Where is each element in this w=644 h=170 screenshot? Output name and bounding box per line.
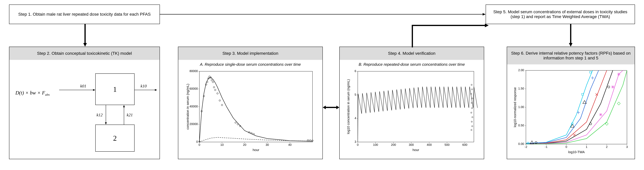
chartA-title: A. Reproduce single-dose serum concentra… — [178, 62, 322, 67]
svg-point-37 — [211, 80, 212, 81]
k21-label: k21 — [127, 112, 133, 117]
k12-label: k12 — [96, 112, 102, 117]
svg-rect-8 — [200, 71, 312, 142]
chartB-ylabel: log10 concentration in serum (ng/mL) — [346, 79, 350, 134]
svg-text:3: 3 — [354, 140, 356, 143]
svg-text:1.50: 1.50 — [518, 87, 524, 90]
svg-text:40: 40 — [288, 143, 292, 146]
svg-text:60000: 60000 — [190, 87, 198, 90]
svg-marker-3 — [155, 89, 157, 91]
svg-point-116 — [608, 86, 610, 88]
tk-input-formula: D(t) × bw × Fabs — [16, 90, 50, 96]
svg-point-76 — [471, 84, 472, 85]
chartC-xlabel: log10-TWA — [568, 150, 585, 154]
svg-marker-5 — [105, 122, 107, 125]
svg-text:600: 600 — [462, 143, 467, 146]
chartC-plot: 0.00 0.50 1.00 1.50 2.00 -2 -1 0 1 2 3 — [509, 66, 633, 156]
step6-title: Step 6. Derive internal relative potency… — [510, 51, 632, 61]
svg-point-77 — [472, 89, 473, 90]
svg-text:500: 500 — [444, 143, 450, 146]
svg-marker-1 — [93, 89, 95, 91]
svg-text:100: 100 — [373, 143, 378, 146]
svg-point-44 — [235, 122, 236, 123]
arrow-k21 — [122, 105, 126, 125]
svg-marker-147 — [569, 43, 572, 47]
svg-marker-7 — [123, 105, 125, 107]
svg-rect-113 — [590, 71, 591, 73]
svg-text:4: 4 — [354, 116, 356, 120]
svg-point-83 — [472, 117, 473, 118]
svg-text:200: 200 — [391, 143, 396, 146]
svg-text:10: 10 — [220, 143, 224, 146]
chartA-ylabel: concentration in serum (ng/mL) — [186, 84, 190, 130]
svg-text:0.50: 0.50 — [518, 124, 524, 127]
arrow-s1-s2 — [83, 24, 87, 47]
svg-point-40 — [214, 89, 216, 91]
svg-point-42 — [219, 100, 220, 101]
arrow-s1-s5 — [160, 13, 486, 16]
svg-rect-87 — [526, 70, 627, 144]
svg-text:0: 0 — [357, 143, 358, 146]
step4-title: Step 4. Model verification — [388, 51, 436, 56]
step2-header: Step 2. Obtain conceptual toxicokinetic … — [9, 47, 160, 60]
step3-body: A. Reproduce single-dose serum concentra… — [178, 60, 323, 159]
svg-marker-150 — [323, 106, 326, 109]
svg-point-82 — [471, 112, 472, 113]
svg-point-41 — [217, 93, 218, 94]
svg-marker-141 — [617, 102, 620, 105]
step5-text: Step 5. Model serum concentrations of ex… — [490, 9, 631, 19]
step5-box: Step 5. Model serum concentrations of ex… — [486, 4, 635, 24]
svg-point-80 — [471, 102, 472, 103]
svg-text:2.00: 2.00 — [518, 69, 524, 72]
formula-sub: abs — [45, 93, 50, 96]
k01-label: k01 — [80, 84, 86, 88]
formula-main: D(t) × bw × F — [16, 90, 45, 95]
arrow-k10 — [134, 88, 157, 91]
svg-text:-2: -2 — [524, 145, 527, 149]
svg-text:0: 0 — [196, 140, 198, 143]
compartment-1: 1 — [95, 74, 134, 105]
step3-header: Step 3. Model implementation — [178, 47, 323, 60]
k10-label: k10 — [140, 84, 146, 88]
chartB-title: B. Reproduce repeated-dose serum concent… — [340, 62, 484, 67]
arrow-s4-s5 — [410, 23, 489, 49]
svg-point-43 — [221, 104, 223, 106]
c2-label: 2 — [113, 134, 117, 142]
svg-text:0: 0 — [198, 143, 200, 146]
svg-marker-143 — [482, 13, 486, 15]
svg-text:40000: 40000 — [190, 105, 198, 108]
svg-text:2: 2 — [606, 145, 608, 149]
svg-point-79 — [472, 98, 473, 99]
svg-point-38 — [212, 81, 214, 83]
svg-text:20: 20 — [243, 143, 246, 146]
svg-text:0: 0 — [566, 145, 567, 149]
svg-text:6: 6 — [354, 69, 356, 73]
chartA-plot: 0 20000 40000 60000 80000 0 10 20 30 40 — [183, 68, 318, 153]
step2-body: D(t) × bw × Fabs 1 2 k01 k10 k12 k21 — [9, 60, 160, 159]
step6-body: 0.00 0.50 1.00 1.50 2.00 -2 -1 0 1 2 3 — [507, 64, 635, 159]
svg-point-45 — [237, 124, 238, 125]
svg-text:0.00: 0.00 — [518, 142, 524, 146]
svg-text:-1: -1 — [545, 145, 548, 149]
svg-point-81 — [472, 108, 473, 109]
chartC-ylabel: log10-normalized response — [513, 87, 517, 127]
svg-text:3: 3 — [626, 145, 628, 149]
svg-point-115 — [590, 123, 592, 125]
svg-point-85 — [472, 126, 473, 127]
step4-body: B. Reproduce repeated-dose serum concent… — [339, 60, 484, 159]
svg-marker-151 — [336, 106, 339, 109]
step6-header: Step 6. Derive internal relative potency… — [507, 47, 635, 65]
compartment-2: 2 — [95, 125, 134, 152]
svg-text:80000: 80000 — [190, 69, 198, 73]
arrow-k01 — [59, 88, 95, 91]
arrow-k12 — [104, 105, 108, 125]
svg-point-39 — [213, 86, 215, 88]
svg-point-50 — [307, 139, 309, 141]
svg-text:300: 300 — [409, 143, 414, 146]
arrow-s5-s6 — [568, 24, 573, 47]
chartB-xlabel: hour — [412, 148, 419, 152]
step1-text: Step 1. Obtain male rat liver repeated d… — [18, 12, 151, 17]
svg-text:30: 30 — [266, 143, 269, 146]
step2-title: Step 2. Obtain conceptual toxicokinetic … — [37, 51, 132, 56]
c1-label: 1 — [113, 85, 117, 93]
